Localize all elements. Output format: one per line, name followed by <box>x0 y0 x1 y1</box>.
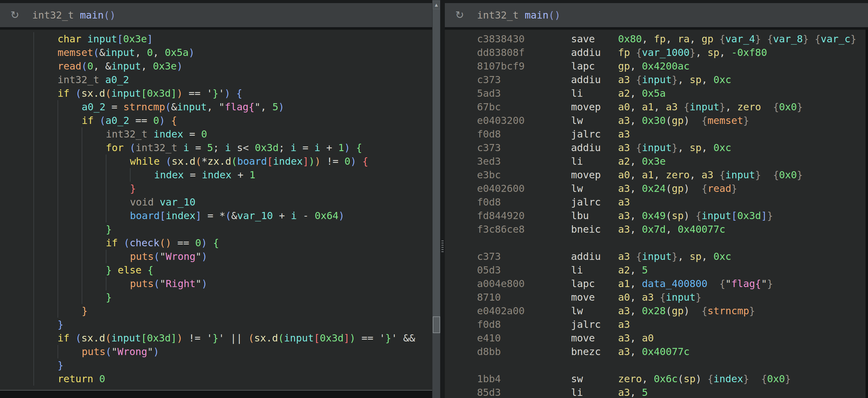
token[interactable] <box>678 101 684 113</box>
token[interactable]: 0x3d <box>320 332 344 344</box>
token[interactable] <box>713 169 719 181</box>
token[interactable]: 0xc <box>713 74 731 86</box>
token[interactable]: sx.d <box>81 332 105 344</box>
disasm-row[interactable] <box>445 359 868 372</box>
token[interactable]: ) <box>201 237 207 249</box>
token[interactable]: { <box>148 264 153 276</box>
code-line[interactable]: puts("Right") <box>0 277 432 291</box>
instruction-mnemonic[interactable]: lapc <box>571 59 595 73</box>
token[interactable]: * <box>202 156 207 167</box>
token[interactable]: { <box>767 33 773 45</box>
token[interactable]: } <box>385 332 391 344</box>
token[interactable]: ( <box>666 210 672 222</box>
token[interactable]: { <box>702 183 708 194</box>
token[interactable]: == <box>355 332 379 344</box>
token[interactable]: index <box>154 169 184 181</box>
token[interactable]: , <box>678 142 690 154</box>
code-line[interactable]: puts("Wrong") <box>0 250 432 263</box>
token[interactable]: 0x0 <box>779 101 797 113</box>
token[interactable]: 1 <box>249 169 255 181</box>
token[interactable]: a3 <box>618 305 630 317</box>
token[interactable]: , <box>678 251 690 262</box>
instruction-address[interactable]: e0403200 <box>477 114 525 127</box>
token[interactable]: gp <box>672 305 684 317</box>
code-line[interactable]: } <box>0 359 432 372</box>
token[interactable]: 5 <box>207 142 213 154</box>
token[interactable]: { <box>362 156 368 167</box>
token[interactable]: { <box>773 101 779 113</box>
token[interactable]: i <box>291 210 297 222</box>
token[interactable]: 0x4200ac <box>642 60 689 72</box>
token[interactable]: , <box>666 33 678 45</box>
token[interactable]: = <box>202 210 219 222</box>
token[interactable]: zero <box>618 373 642 385</box>
instruction-address[interactable]: a004e800 <box>477 277 525 291</box>
token[interactable]: = <box>189 142 207 154</box>
token[interactable]: sx.d <box>172 156 195 167</box>
vertical-scrollbar[interactable]: ▲ <box>432 0 440 398</box>
token[interactable]: int32_t <box>135 142 183 154</box>
token[interactable]: " <box>195 251 202 262</box>
token[interactable] <box>630 251 636 262</box>
token[interactable]: , <box>630 387 642 398</box>
token[interactable]: puts <box>130 251 154 262</box>
token[interactable]: puts <box>82 346 105 358</box>
token[interactable]: puts <box>130 278 154 290</box>
token[interactable]: + <box>320 142 338 154</box>
token[interactable]: } <box>785 373 790 385</box>
code-line[interactable]: for (int32_t i = 5; i s< 0x3d; i = i + 1… <box>0 141 432 155</box>
token[interactable]: ( <box>278 332 284 344</box>
token[interactable]: index <box>273 156 303 167</box>
token[interactable]: 0x3e <box>153 60 177 72</box>
token[interactable]: input <box>689 101 719 113</box>
token[interactable]: a0_2 <box>105 74 129 86</box>
instruction-mnemonic[interactable]: li <box>571 263 583 277</box>
code-line[interactable]: memset(&input, 0, 0x5a) <box>0 46 432 59</box>
instruction-address[interactable]: f0d8 <box>477 127 501 141</box>
instruction-mnemonic[interactable]: save <box>571 32 595 46</box>
instruction-mnemonic[interactable]: addiu <box>571 141 601 155</box>
token[interactable]: input <box>111 332 141 344</box>
code-line[interactable]: char input[0x3e] <box>0 32 432 46</box>
token[interactable]: { <box>773 169 779 181</box>
token[interactable]: [ <box>731 210 737 222</box>
token[interactable]: 0 <box>99 373 105 385</box>
token[interactable]: a3 <box>618 319 630 330</box>
token[interactable]: input <box>702 210 731 222</box>
token[interactable]: input <box>725 169 755 181</box>
token[interactable]: a0_2 <box>82 101 105 113</box>
token[interactable]: memset <box>58 47 93 58</box>
disasm-row[interactable]: fd844920lbua3, 0x49(sp) {input[0x3d]} <box>445 209 868 223</box>
token[interactable]: } <box>58 319 63 330</box>
token[interactable]: gp <box>672 114 684 126</box>
token[interactable]: } <box>130 183 136 194</box>
token[interactable]: var_10 <box>160 196 195 208</box>
token[interactable]: = <box>105 101 123 113</box>
token[interactable]: if <box>58 332 75 344</box>
token[interactable]: flag{ <box>224 101 254 113</box>
token[interactable]: * <box>219 210 225 222</box>
token[interactable]: ( <box>666 305 672 317</box>
token[interactable]: a3 <box>642 291 654 303</box>
token[interactable]: var_c <box>821 33 850 45</box>
token[interactable]: 0x3d <box>737 210 761 222</box>
token[interactable]: strncmp <box>123 101 165 113</box>
token[interactable]: input <box>284 332 314 344</box>
token[interactable]: ' <box>218 332 224 344</box>
token[interactable]: { <box>719 278 725 290</box>
token[interactable]: { <box>702 114 708 126</box>
instruction-mnemonic[interactable]: move <box>571 291 595 304</box>
instruction-address[interactable]: 3ed3 <box>477 155 501 168</box>
token[interactable]: } <box>743 373 749 385</box>
code-line[interactable]: } <box>0 304 432 318</box>
token[interactable]: ] <box>195 210 202 222</box>
token[interactable]: input <box>642 142 672 154</box>
token[interactable]: a1 <box>642 169 654 181</box>
token[interactable]: sp <box>684 373 696 385</box>
token[interactable]: , <box>689 33 702 45</box>
token[interactable]: ' <box>207 88 213 99</box>
token[interactable]: { <box>636 251 642 262</box>
instruction-address[interactable]: 67bc <box>477 100 501 114</box>
token[interactable]: " <box>160 278 165 290</box>
token[interactable]: != <box>183 332 207 344</box>
